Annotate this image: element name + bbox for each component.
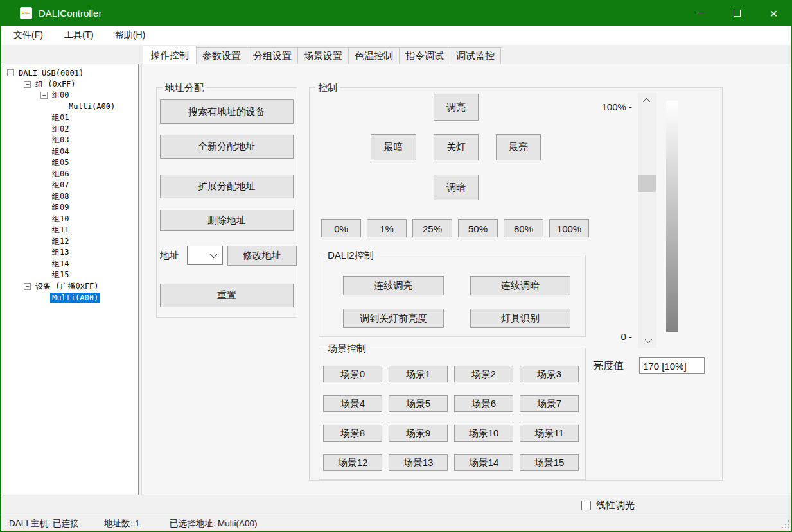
tree-item[interactable]: −DALI USB(0001)	[3, 67, 138, 79]
scrollbar-up-arrow[interactable]	[638, 93, 656, 108]
tree-item[interactable]: 组03	[3, 135, 138, 146]
scene-button-1[interactable]: 场景1	[389, 366, 448, 382]
tab-0[interactable]: 操作控制	[143, 46, 197, 64]
menu-item-1[interactable]: 工具(T)	[57, 26, 101, 44]
tab-2[interactable]: 分组设置	[247, 47, 298, 64]
status-item-2: 已选择地址: Multi(A00)	[170, 518, 258, 529]
scene-button-12[interactable]: 场景12	[323, 454, 382, 471]
collapse-icon[interactable]: −	[7, 69, 14, 76]
linear-dimming-checkbox[interactable]	[581, 501, 591, 510]
tree-item[interactable]: 组09	[3, 202, 138, 214]
tree-item[interactable]: 组02	[3, 124, 138, 135]
tab-4[interactable]: 色温控制	[349, 47, 400, 64]
collapse-icon[interactable]: −	[24, 283, 31, 290]
tree-item[interactable]: 组12	[3, 236, 138, 248]
tab-3[interactable]: 场景设置	[298, 47, 349, 64]
menu-item-0[interactable]: 文件(F)	[6, 26, 51, 44]
brighten-button[interactable]: 调亮	[434, 94, 479, 121]
tree-item-label: 组15	[50, 269, 71, 281]
collapse-icon[interactable]: −	[24, 81, 31, 88]
scene-button-13[interactable]: 场景13	[389, 454, 448, 471]
tree-item[interactable]: 组04	[3, 146, 138, 158]
percent-button-50[interactable]: 50%	[458, 219, 498, 237]
tree-item-label: 组00	[50, 89, 71, 101]
tree-item[interactable]: −组 (0xFF)	[3, 79, 138, 90]
tree-item[interactable]: 组11	[3, 225, 138, 236]
brightness-0-label: 0 -	[586, 331, 632, 342]
reset-button[interactable]: 重置	[160, 284, 294, 307]
scene-button-15[interactable]: 场景15	[520, 454, 579, 471]
scene-button-0[interactable]: 场景0	[323, 366, 382, 382]
maximize-button[interactable]	[719, 0, 755, 26]
tree-item[interactable]: 组07	[3, 180, 138, 191]
scene-button-10[interactable]: 场景10	[454, 425, 513, 442]
percent-button-80[interactable]: 80%	[504, 219, 543, 237]
scene-button-4[interactable]: 场景4	[323, 395, 382, 412]
tab-1[interactable]: 参数设置	[197, 47, 247, 64]
percent-button-1[interactable]: 1%	[367, 219, 407, 237]
brightness-value-label: 亮度值	[593, 359, 624, 373]
percent-button-25[interactable]: 25%	[412, 219, 452, 237]
close-button[interactable]: ×	[755, 0, 792, 26]
tree-item-label: Multi(A00)	[67, 101, 117, 112]
tree-indent-spacer	[40, 271, 50, 279]
tree-item[interactable]: 组14	[3, 259, 138, 270]
luminaire-identify-button[interactable]: 灯具识别	[470, 309, 570, 328]
scrollbar-down-arrow[interactable]	[638, 333, 656, 348]
delete-address-button[interactable]: 删除地址	[160, 210, 294, 231]
tab-strip: 操作控制参数设置分组设置场景设置色温控制指令调试调试监控	[143, 46, 501, 64]
tree-item[interactable]: 组10	[3, 214, 138, 225]
search-addressed-devices-button[interactable]: 搜索有地址的设备	[160, 99, 294, 124]
tree-indent-spacer	[40, 204, 50, 211]
tree-item[interactable]: 组15	[3, 270, 138, 281]
scene-button-8[interactable]: 场景8	[323, 425, 382, 442]
tree-item-label: 组05	[50, 157, 71, 169]
scene-button-6[interactable]: 场景6	[454, 395, 513, 412]
resize-grip[interactable]	[781, 520, 789, 528]
light-off-button[interactable]: 关灯	[434, 134, 479, 160]
percent-button-0[interactable]: 0%	[321, 219, 361, 237]
address-combobox[interactable]	[187, 246, 223, 265]
tree-item[interactable]: Multi(A00)	[3, 101, 138, 113]
tree-item[interactable]: 组06	[3, 169, 138, 180]
scene-button-5[interactable]: 场景5	[389, 395, 448, 412]
tree-item-label: 组 (0xFF)	[33, 78, 78, 90]
tree-item[interactable]: 组05	[3, 157, 138, 169]
menu-item-2[interactable]: 帮助(H)	[107, 26, 153, 44]
tree-item[interactable]: −设备 (广播0xFF)	[3, 281, 138, 293]
tree-item-label: Multi(A00)	[50, 293, 100, 303]
percent-button-100[interactable]: 100%	[549, 219, 589, 237]
extend-assign-addresses-button[interactable]: 扩展分配地址	[160, 175, 294, 198]
close-icon: ×	[770, 6, 777, 20]
tree-item[interactable]: 组08	[3, 191, 138, 203]
tree-item-label: 组13	[50, 246, 71, 259]
tree-item[interactable]: −组00	[3, 90, 138, 101]
scene-button-3[interactable]: 场景3	[520, 366, 579, 382]
assign-new-addresses-button[interactable]: 全新分配地址	[160, 135, 294, 159]
brightness-scrollbar[interactable]	[638, 93, 656, 348]
collapse-icon[interactable]: −	[40, 92, 48, 99]
continuous-brighten-button[interactable]: 连续调亮	[343, 276, 444, 295]
scene-button-7[interactable]: 场景7	[520, 395, 579, 412]
scene-button-14[interactable]: 场景14	[454, 454, 513, 471]
scene-button-11[interactable]: 场景11	[520, 425, 579, 442]
brightness-value-field[interactable]: 170 [10%]	[639, 357, 705, 374]
tab-5[interactable]: 指令调试	[400, 47, 450, 64]
darkest-button[interactable]: 最暗	[371, 134, 416, 160]
minimize-button[interactable]	[682, 0, 719, 26]
dim-button[interactable]: 调暗	[434, 175, 479, 200]
tree-item[interactable]: 组13	[3, 247, 138, 259]
modify-address-button[interactable]: 修改地址	[227, 246, 297, 266]
chevron-up-icon	[642, 98, 649, 105]
scrollbar-thumb[interactable]	[638, 175, 656, 192]
brightest-button[interactable]: 最亮	[496, 134, 541, 160]
tree-item-label: 设备 (广播0xFF)	[33, 280, 101, 293]
tree-item[interactable]: 组01	[3, 112, 138, 124]
continuous-dim-button[interactable]: 连续调暗	[470, 276, 570, 295]
status-bar: DALI 主机: 已连接地址数: 1已选择地址: Multi(A00)	[0, 515, 792, 531]
scene-button-9[interactable]: 场景9	[389, 425, 448, 442]
tree-item[interactable]: Multi(A00)	[3, 292, 138, 304]
tab-6[interactable]: 调试监控	[450, 47, 501, 64]
restore-pre-off-brightness-button[interactable]: 调到关灯前亮度	[343, 309, 444, 328]
scene-button-2[interactable]: 场景2	[454, 366, 513, 382]
